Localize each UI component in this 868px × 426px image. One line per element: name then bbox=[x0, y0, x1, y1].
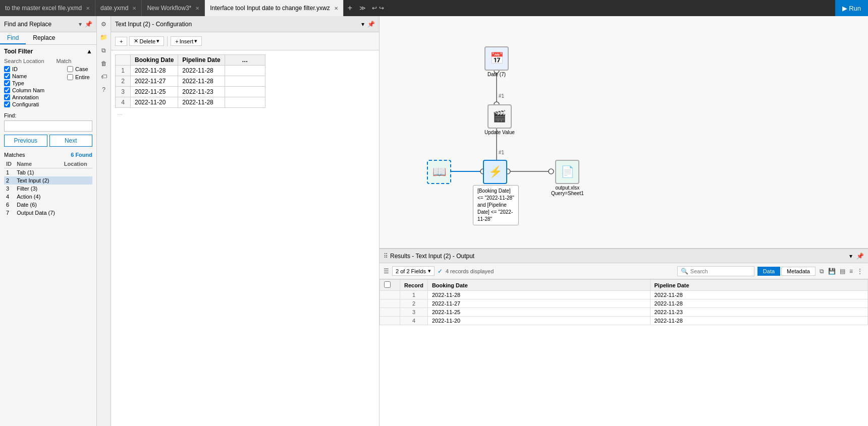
tab-interface-tool[interactable]: Interface tool Input date to change filt… bbox=[205, 0, 343, 16]
next-button[interactable]: Next bbox=[49, 135, 93, 147]
results-col-pipeline-date[interactable]: Pipeline Date bbox=[650, 280, 867, 291]
interface-node[interactable]: 📖 bbox=[427, 160, 451, 184]
booking-date-cell[interactable]: 2022-11-27 bbox=[131, 76, 178, 87]
filter-icon[interactable]: ▤ bbox=[839, 267, 846, 276]
results-title: Results - Text Input (2) - Output bbox=[390, 253, 847, 260]
update-node[interactable]: 🎬 Update Value bbox=[484, 104, 515, 135]
insert-button[interactable]: + Insert ▾ bbox=[171, 36, 202, 46]
svg-text:#1: #1 bbox=[499, 93, 505, 99]
tab-close-icon[interactable]: ✕ bbox=[334, 6, 338, 11]
match-row[interactable]: 4 Action (4) bbox=[4, 193, 92, 201]
side-icon-copy[interactable]: ⧉ bbox=[98, 44, 110, 56]
match-row[interactable]: 2 Text Input (2) bbox=[4, 176, 92, 185]
checkbox-entire-input[interactable] bbox=[67, 74, 73, 80]
center-data-row: 3 2022-11-25 2022-11-23 bbox=[116, 87, 265, 97]
insert-dropdown-icon[interactable]: ▾ bbox=[194, 38, 197, 44]
side-icon-delete[interactable]: 🗑 bbox=[98, 57, 110, 70]
tab-close-icon[interactable]: ✕ bbox=[195, 6, 199, 11]
pipeline-date-cell[interactable]: 2022-11-23 bbox=[178, 87, 225, 97]
results-dropdown-icon[interactable]: ▾ bbox=[849, 253, 852, 260]
checkbox-type: Type bbox=[4, 80, 63, 86]
side-icon-tag[interactable]: 🏷 bbox=[98, 71, 110, 83]
checkbox-config: Configurati bbox=[4, 101, 63, 107]
tool-filter-header[interactable]: Tool Filter ▲ bbox=[4, 48, 92, 55]
match-location bbox=[62, 168, 92, 177]
select-all-checkbox[interactable] bbox=[384, 281, 391, 288]
center-pin-icon[interactable]: 📌 bbox=[367, 21, 375, 28]
match-row[interactable]: 1 Tab (1) bbox=[4, 168, 92, 177]
side-icon-browse[interactable]: 📁 bbox=[98, 31, 110, 43]
match-location bbox=[62, 185, 92, 193]
checkbox-colname-input[interactable] bbox=[4, 87, 10, 93]
metadata-tab[interactable]: Metadata bbox=[781, 267, 816, 276]
checkbox-name: Name bbox=[4, 73, 63, 79]
pipeline-date-cell[interactable]: 2022-11-28 bbox=[178, 97, 225, 108]
results-data-row: 4 2022-11-20 2022-11-28 bbox=[380, 317, 868, 325]
find-input[interactable] bbox=[4, 120, 92, 132]
center-content: Booking Date Pipeline Date … 1 2022-11-2… bbox=[111, 50, 379, 426]
booking-date-cell[interactable]: 2022-11-25 bbox=[131, 87, 178, 97]
tab-new-workflow[interactable]: New Workflow3* ✕ bbox=[142, 0, 205, 16]
tab-master-excel[interactable]: to the master excel file.yxmd ✕ bbox=[0, 0, 95, 16]
checkbox-id-input[interactable] bbox=[4, 66, 10, 72]
tab-date[interactable]: date.yxmd ✕ bbox=[95, 0, 142, 16]
previous-button[interactable]: Previous bbox=[4, 135, 47, 147]
search-input[interactable] bbox=[690, 268, 751, 274]
run-button[interactable]: ▶ Run bbox=[835, 0, 868, 16]
match-row[interactable]: 3 Filter (3) bbox=[4, 185, 92, 193]
find-tab[interactable]: Find bbox=[0, 32, 26, 44]
checkbox-id-label: ID bbox=[12, 66, 18, 72]
checkbox-name-input[interactable] bbox=[4, 73, 10, 79]
pipeline-date-cell[interactable]: 2022-11-28 bbox=[178, 76, 225, 87]
undo-icon[interactable]: ↩ bbox=[372, 5, 377, 12]
delete-button[interactable]: ✕ Delete ▾ bbox=[129, 36, 164, 46]
tab-close-icon[interactable]: ✕ bbox=[132, 6, 136, 11]
booking-date-cell[interactable]: 2022-11-28 bbox=[131, 66, 178, 76]
data-tab[interactable]: Data bbox=[757, 267, 780, 276]
side-icon-settings[interactable]: ⚙ bbox=[98, 18, 110, 30]
row-select[interactable] bbox=[380, 317, 400, 325]
col-pipeline-date[interactable]: Pipeline Date bbox=[178, 55, 225, 66]
tab-add-button[interactable]: + bbox=[344, 4, 356, 13]
filter-node[interactable]: ⚡ [Booking Date]<= "2022-11-28"and [Pipe… bbox=[483, 160, 507, 184]
delete-dropdown-icon[interactable]: ▾ bbox=[156, 38, 159, 44]
redo-icon[interactable]: ↪ bbox=[379, 5, 384, 12]
collapse-icon[interactable]: ▲ bbox=[86, 48, 92, 55]
check-icon[interactable]: ✓ bbox=[438, 268, 443, 275]
update-node-label: Update Value bbox=[484, 130, 515, 135]
fields-dropdown[interactable]: 2 of 2 Fields ▾ bbox=[392, 266, 435, 276]
replace-tab[interactable]: Replace bbox=[26, 32, 62, 44]
checkbox-config-input[interactable] bbox=[4, 101, 10, 107]
results-col-record[interactable]: Record bbox=[400, 280, 428, 291]
checkbox-case-input[interactable] bbox=[67, 66, 73, 72]
pipeline-date-cell[interactable]: 2022-11-28 bbox=[178, 66, 225, 76]
match-row[interactable]: 6 Date (6) bbox=[4, 201, 92, 209]
columns-icon[interactable]: ≡ bbox=[848, 267, 854, 276]
dropdown-icon[interactable]: ▾ bbox=[79, 21, 82, 28]
save-icon[interactable]: 💾 bbox=[827, 267, 837, 276]
copy-icon[interactable]: ⧉ bbox=[819, 267, 825, 276]
center-dropdown-icon[interactable]: ▾ bbox=[361, 21, 364, 28]
checkbox-type-input[interactable] bbox=[4, 80, 10, 86]
booking-date-cell[interactable]: 2022-11-20 bbox=[131, 97, 178, 108]
results-col-booking-date[interactable]: Booking Date bbox=[427, 280, 650, 291]
canvas-area[interactable]: #1 #1 📅 Date (7) 🎬 Update Value bbox=[379, 16, 868, 248]
results-pin-icon[interactable]: 📌 bbox=[856, 253, 864, 260]
row-select[interactable] bbox=[380, 308, 400, 317]
checkbox-entire-label: Entire bbox=[75, 74, 90, 80]
add-row-button[interactable]: + bbox=[115, 37, 127, 46]
more-icon[interactable]: ⋮ bbox=[856, 267, 864, 276]
row-select[interactable] bbox=[380, 291, 400, 299]
output-node[interactable]: 📄 output.xlsxQuery=Sheet1 bbox=[551, 160, 584, 196]
tab-close-icon[interactable]: ✕ bbox=[86, 6, 90, 11]
results-col-checkbox[interactable] bbox=[380, 280, 400, 291]
side-icon-help[interactable]: ? bbox=[98, 84, 110, 96]
pin-icon[interactable]: 📌 bbox=[85, 21, 92, 28]
checkbox-case-label: Case bbox=[75, 66, 88, 72]
col-booking-date[interactable]: Booking Date bbox=[131, 55, 178, 66]
checkbox-annotation-input[interactable] bbox=[4, 94, 10, 100]
match-row[interactable]: 7 Output Data (7) bbox=[4, 209, 92, 217]
date-node[interactable]: 📅 Date (7) bbox=[484, 46, 509, 77]
row-select[interactable] bbox=[380, 299, 400, 308]
tab-overflow-button[interactable]: ≫ bbox=[356, 5, 369, 12]
